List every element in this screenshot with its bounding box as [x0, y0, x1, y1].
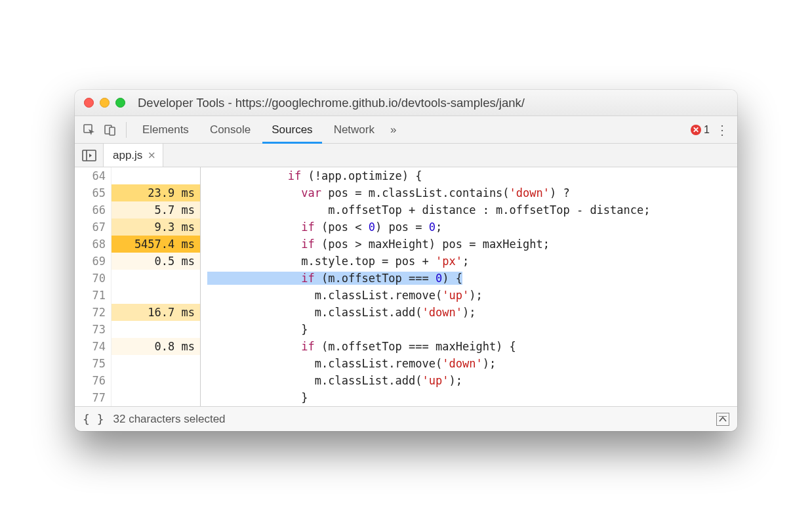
code-line[interactable]: m.classList.remove('down'); — [201, 355, 737, 372]
code-line[interactable]: if (pos > maxHeight) pos = maxHeight; — [201, 236, 737, 253]
profile-time-cell: 9.3 ms — [112, 219, 200, 236]
code-line[interactable]: m.classList.add('down'); — [201, 304, 737, 321]
code-line[interactable]: if (m.offsetTop === 0) { — [201, 270, 737, 287]
tab-sources[interactable]: Sources — [262, 116, 321, 144]
code-content[interactable]: if (!app.optimize) { var pos = m.classLi… — [201, 167, 737, 406]
profile-time-cell: 0.8 ms — [112, 338, 200, 355]
file-tab-label: app.js — [113, 149, 142, 162]
window-zoom-button[interactable] — [115, 98, 125, 108]
tab-elements[interactable]: Elements — [133, 116, 198, 144]
profile-time-cell: 5.7 ms — [112, 201, 200, 219]
tabs-overflow[interactable]: » — [386, 116, 400, 144]
pretty-print-icon[interactable]: { } — [83, 412, 104, 426]
titlebar: Developer Tools - https://googlechrome.g… — [75, 90, 737, 116]
tab-network[interactable]: Network — [325, 116, 384, 144]
status-text: 32 characters selected — [113, 413, 226, 426]
line-number[interactable]: 66 — [75, 201, 106, 219]
profile-time-cell: 16.7 ms — [112, 304, 200, 321]
line-number[interactable]: 77 — [75, 389, 106, 406]
code-line[interactable]: m.classList.remove('up'); — [201, 287, 737, 304]
profile-time-cell — [112, 167, 200, 184]
navigator-toggle-icon[interactable] — [75, 144, 104, 167]
file-tab-row: app.js ✕ — [75, 144, 737, 167]
devtools-window: Developer Tools - https://googlechrome.g… — [75, 90, 737, 431]
error-icon: ✕ — [691, 125, 701, 135]
profiling-gutter: 23.9 ms5.7 ms9.3 ms5457.4 ms0.5 ms16.7 m… — [112, 167, 201, 406]
svg-rect-2 — [110, 127, 115, 135]
device-toolbar-icon[interactable] — [101, 121, 119, 139]
line-number[interactable]: 70 — [75, 270, 106, 287]
profile-time-cell — [112, 321, 200, 338]
code-line[interactable]: } — [201, 389, 737, 406]
profile-time-cell — [112, 355, 200, 372]
profile-time-cell: 5457.4 ms — [112, 236, 200, 253]
code-line[interactable]: } — [201, 321, 737, 338]
error-badge[interactable]: ✕ 1 — [691, 124, 710, 136]
profile-time-cell: 0.5 ms — [112, 253, 200, 270]
line-number[interactable]: 72 — [75, 304, 106, 321]
line-number[interactable]: 73 — [75, 321, 106, 338]
line-number[interactable]: 67 — [75, 219, 106, 236]
error-count: 1 — [704, 124, 710, 136]
code-line[interactable]: m.classList.add('up'); — [201, 372, 737, 389]
line-number[interactable]: 69 — [75, 253, 106, 270]
code-line[interactable]: var pos = m.classList.contains('down') ? — [201, 184, 737, 201]
line-number[interactable]: 76 — [75, 372, 106, 389]
more-menu-icon[interactable]: ⋮ — [712, 123, 732, 136]
line-number[interactable]: 74 — [75, 338, 106, 355]
file-tab-appjs[interactable]: app.js ✕ — [104, 144, 163, 167]
code-line[interactable]: if (!app.optimize) { — [201, 167, 737, 184]
code-line[interactable]: m.offsetTop + distance : m.offsetTop - d… — [201, 201, 737, 219]
window-close-button[interactable] — [84, 98, 94, 108]
line-number[interactable]: 65 — [75, 184, 106, 201]
statusbar: { } 32 characters selected — [75, 406, 737, 431]
profile-time-cell — [112, 389, 200, 406]
line-number[interactable]: 64 — [75, 167, 106, 184]
code-line[interactable]: if (pos < 0) pos = 0; — [201, 219, 737, 236]
line-number[interactable]: 71 — [75, 287, 106, 304]
window-minimize-button[interactable] — [100, 98, 110, 108]
toolbar-separator — [126, 122, 127, 138]
profile-time-cell — [112, 287, 200, 304]
inspect-element-icon[interactable] — [80, 121, 98, 139]
tab-console[interactable]: Console — [201, 116, 260, 144]
code-line[interactable]: m.style.top = pos + 'px'; — [201, 253, 737, 270]
code-editor[interactable]: 6465666768697071727374757677 23.9 ms5.7 … — [75, 167, 737, 406]
devtools-toolbar: Elements Console Sources Network » ✕ 1 ⋮ — [75, 116, 737, 144]
line-number-gutter: 6465666768697071727374757677 — [75, 167, 112, 406]
profile-time-cell — [112, 270, 200, 287]
line-number[interactable]: 75 — [75, 355, 106, 372]
close-icon[interactable]: ✕ — [148, 150, 156, 161]
drawer-toggle-icon[interactable] — [716, 413, 729, 426]
profile-time-cell — [112, 372, 200, 389]
window-title: Developer Tools - https://googlechrome.g… — [138, 96, 728, 110]
profile-time-cell: 23.9 ms — [112, 184, 200, 201]
code-line[interactable]: if (m.offsetTop === maxHeight) { — [201, 338, 737, 355]
line-number[interactable]: 68 — [75, 236, 106, 253]
